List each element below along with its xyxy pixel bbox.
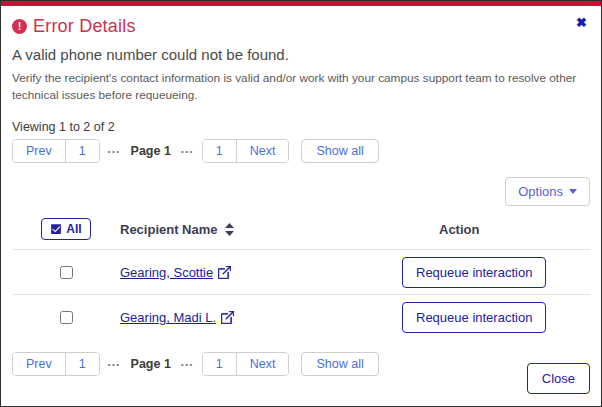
chevron-down-icon — [569, 189, 577, 194]
column-recipient-name[interactable]: Recipient Name — [120, 222, 402, 237]
dialog-body: A valid phone number could not be found.… — [1, 46, 601, 376]
recipient-link[interactable]: Gearing, Scottie — [120, 265, 402, 280]
pagination-ellipsis: ••• — [108, 147, 121, 156]
table-header: All Recipient Name Action — [12, 212, 590, 250]
requeue-interaction-button[interactable]: Requeue interaction — [402, 257, 546, 288]
pagination-top: Prev 1 ••• Page 1 ••• 1 Next Show all — [12, 139, 590, 163]
select-all-label: All — [66, 222, 81, 236]
row-checkbox[interactable] — [60, 266, 73, 279]
options-dropdown-button[interactable]: Options — [505, 177, 590, 206]
pagination-prev-group: Prev 1 — [12, 139, 100, 163]
close-button[interactable]: Close — [527, 363, 590, 394]
options-row: Options — [12, 177, 590, 206]
last-page-button[interactable]: 1 — [203, 140, 236, 162]
viewing-status: Viewing 1 to 2 of 2 — [12, 120, 590, 134]
show-all-button[interactable]: Show all — [301, 352, 378, 376]
show-all-button[interactable]: Show all — [301, 139, 378, 163]
recipient-link[interactable]: Gearing, Madi L. — [120, 310, 402, 325]
close-icon[interactable]: ✖ — [576, 16, 587, 29]
pagination-ellipsis: ••• — [108, 360, 121, 369]
pagination-ellipsis: ••• — [181, 360, 194, 369]
external-link-icon — [221, 311, 234, 324]
page-1-button[interactable]: 1 — [65, 353, 99, 375]
next-page-button[interactable]: Next — [236, 353, 289, 375]
error-description: Verify the recipient's contact informati… — [12, 70, 578, 104]
sort-icon[interactable] — [225, 223, 234, 236]
options-label: Options — [518, 184, 563, 199]
table-row: Gearing, Madi L. Requeue interaction — [12, 295, 590, 340]
pagination-prev-group: Prev 1 — [12, 352, 100, 376]
prev-page-button[interactable]: Prev — [13, 140, 65, 162]
requeue-interaction-button[interactable]: Requeue interaction — [402, 302, 546, 333]
recipient-name: Gearing, Madi L. — [120, 310, 216, 325]
recipient-name: Gearing, Scottie — [120, 265, 213, 280]
error-details-dialog: ! Error Details ✖ A valid phone number c… — [0, 0, 602, 407]
pagination-next-group: 1 Next — [202, 139, 290, 163]
row-checkbox[interactable] — [60, 311, 73, 324]
recipient-name-header-label: Recipient Name — [120, 222, 218, 237]
select-all-button[interactable]: All — [41, 218, 90, 240]
column-action: Action — [402, 222, 590, 237]
external-link-icon — [218, 266, 231, 279]
dialog-title: Error Details — [33, 16, 136, 37]
current-page-label: Page 1 — [131, 144, 171, 158]
page-1-button[interactable]: 1 — [65, 140, 99, 162]
checked-box-icon — [50, 223, 62, 235]
error-icon: ! — [12, 19, 27, 34]
dialog-header: ! Error Details — [1, 6, 601, 39]
prev-page-button[interactable]: Prev — [13, 353, 65, 375]
table-row: Gearing, Scottie Requeue interaction — [12, 250, 590, 295]
pagination-next-group: 1 Next — [202, 352, 290, 376]
current-page-label: Page 1 — [131, 357, 171, 371]
last-page-button[interactable]: 1 — [203, 353, 236, 375]
error-message: A valid phone number could not be found. — [12, 46, 590, 63]
next-page-button[interactable]: Next — [236, 140, 289, 162]
pagination-ellipsis: ••• — [181, 147, 194, 156]
pagination-bottom: Prev 1 ••• Page 1 ••• 1 Next Show all — [12, 352, 590, 376]
